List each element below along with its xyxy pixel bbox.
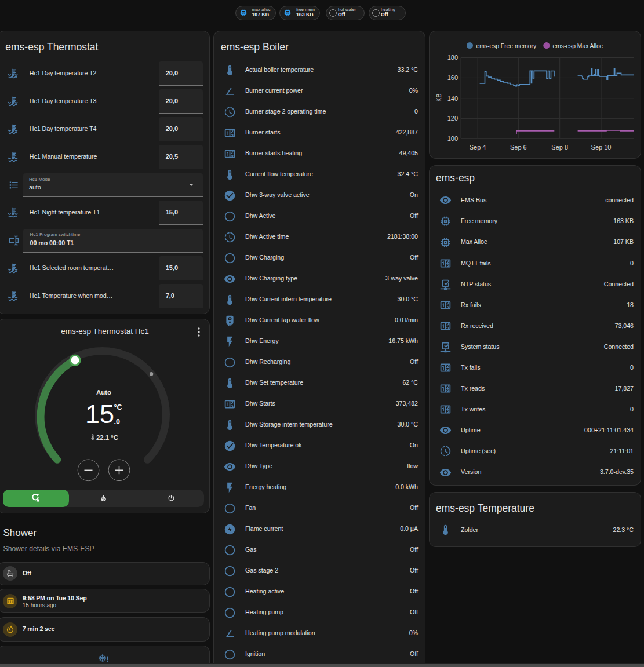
svg-text:100: 100 [447,135,458,142]
svg-text:ems-esp Max Alloc: ems-esp Max Alloc [553,42,603,49]
svg-text:120: 120 [447,115,458,122]
svg-text:140: 140 [447,95,458,102]
svg-text:Sep 4: Sep 4 [470,143,486,150]
svg-text:ems-esp Free memory: ems-esp Free memory [476,42,537,49]
svg-text:Sep 10: Sep 10 [591,143,612,150]
svg-text:160: 160 [447,74,458,81]
svg-text:180: 180 [447,54,458,61]
svg-text:Sep 8: Sep 8 [551,143,568,150]
svg-text:Sep 6: Sep 6 [510,143,527,150]
svg-text:KB: KB [435,93,442,101]
